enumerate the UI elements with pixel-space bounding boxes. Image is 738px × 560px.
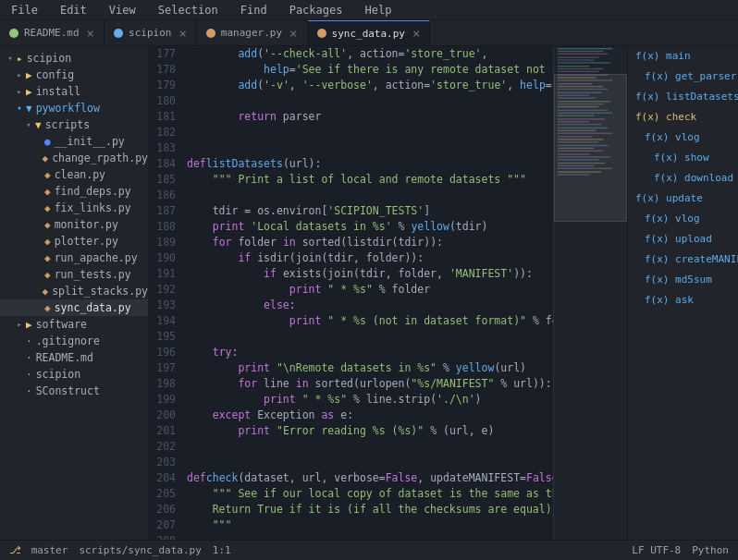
tab-close-scipion[interactable]: × [178, 26, 186, 41]
arrow-icon: ▸ [13, 87, 26, 96]
svg-rect-3 [558, 54, 608, 55]
git-icon: ⎇ [9, 544, 21, 556]
sidebar-label: run_tests.py [55, 268, 131, 281]
sidebar-item-scripts[interactable]: ▾ ▼ scripts [0, 116, 148, 133]
code-line: print "\nRemote datasets in %s" % yellow… [187, 360, 553, 376]
sidebar-item-monitor[interactable]: ◆ monitor.py [0, 216, 148, 233]
sidebar-label: change_rpath.py [52, 152, 148, 164]
sidebar-item-run-apache[interactable]: ◆ run_apache.py [0, 250, 148, 266]
code-line: print " * %s" % folder [187, 282, 553, 298]
folder-icon: ▶ [26, 69, 32, 81]
sidebar-item-readme[interactable]: · README.md [0, 349, 148, 366]
menu-view[interactable]: View [105, 2, 140, 18]
tab-close-readme[interactable]: × [87, 26, 94, 41]
tab-scipion[interactable]: scipion × [105, 20, 197, 45]
menu-packages[interactable]: Packages [286, 2, 347, 18]
code-line: print 'Local datasets in %s' % yellow(td… [187, 219, 553, 235]
sidebar-label: software [36, 318, 87, 331]
sidebar-item-install[interactable]: ▸ ▶ install [0, 83, 148, 100]
outline-item-upload[interactable]: f(x) upload [628, 229, 738, 250]
tab-close-syncdata[interactable]: × [412, 26, 420, 41]
sidebar-item-pyworkflow[interactable]: ▾ ▼ pyworkflow [0, 100, 148, 116]
code-line: """ [187, 517, 553, 533]
tab-syncdata[interactable]: sync_data.py × [308, 20, 431, 45]
svg-rect-5 [558, 59, 595, 60]
sidebar-item-split-stacks[interactable]: ◆ split_stacks.py [0, 283, 148, 299]
sidebar-item-scipion-file[interactable]: · scipion [0, 366, 148, 383]
sidebar-item-sync-data[interactable]: ◆ sync_data.py [0, 299, 148, 316]
tab-icon-scipion [114, 29, 123, 38]
outline-item-get-parser[interactable]: f(x) get_parser [628, 67, 738, 87]
file-icon: · [26, 369, 32, 381]
sidebar-label: sync_data.py [55, 301, 131, 314]
cursor-position: 1:1 [213, 544, 231, 556]
outline-item-main[interactable]: f(x) main [628, 46, 738, 67]
sidebar-item-scipion-root[interactable]: ▾ ▸ scipion [0, 50, 148, 67]
sidebar-item-init[interactable]: ● __init__.py [0, 133, 148, 150]
tab-readme[interactable]: README.md × [0, 20, 105, 45]
sidebar-item-find-deps[interactable]: ◆ find_deps.py [0, 183, 148, 200]
outline-item-download[interactable]: f(x) download [628, 168, 738, 189]
sidebar-item-config[interactable]: ▸ ▶ config [0, 67, 148, 83]
outline-item-vlog[interactable]: f(x) vlog [628, 128, 738, 148]
code-line [187, 188, 553, 203]
menu-edit[interactable]: Edit [56, 2, 91, 18]
outline-item-md5sum[interactable]: f(x) md5sum [628, 270, 738, 290]
sidebar-item-change-rpath[interactable]: ◆ change_rpath.py [0, 150, 148, 166]
code-line: def check(dataset, url, verbose=False, u… [187, 470, 553, 486]
outline-item-vlog2[interactable]: f(x) vlog [628, 209, 738, 229]
sidebar-item-clean[interactable]: ◆ clean.py [0, 166, 148, 183]
code-line: for folder in sorted(listdir(tdir)): [187, 235, 553, 250]
code-line: add('--check-all', action='store_true', [187, 46, 553, 62]
tab-icon-readme [9, 29, 18, 38]
minimap [553, 46, 627, 540]
arrow-icon: ▾ [13, 103, 26, 113]
outline-item-listdatasets[interactable]: f(x) listDatasets [628, 87, 738, 107]
sidebar-label: monitor.py [55, 218, 118, 231]
svg-rect-7 [558, 66, 590, 67]
outline-item-createmanifest[interactable]: f(x) createMANIFEST [628, 250, 738, 270]
sidebar-item-fix-links[interactable]: ◆ fix_links.py [0, 200, 148, 216]
tabbar: README.md × scipion × manager.py × sync_… [0, 20, 738, 46]
file-icon: · [26, 335, 32, 347]
folder-icon: ▶ [26, 319, 32, 331]
code-lines[interactable]: add('--check-all', action='store_true', … [183, 46, 553, 540]
code-line [187, 439, 553, 455]
code-line: add('-v', '--verbose', action='store_tru… [187, 78, 553, 93]
outline-item-show[interactable]: f(x) show [628, 148, 738, 168]
code-line: print " * %s" % line.strip('./\n') [187, 392, 553, 408]
code-line: tdir = os.environ['SCIPION_TESTS'] [187, 203, 553, 219]
sidebar-item-gitignore[interactable]: · .gitignore [0, 333, 148, 349]
svg-rect-1 [558, 48, 612, 49]
sidebar-label: SConstruct [36, 384, 100, 397]
outline-item-update[interactable]: f(x) update [628, 189, 738, 209]
sidebar-item-plotter[interactable]: ◆ plotter.py [0, 233, 148, 250]
sidebar-item-software[interactable]: ▸ ▶ software [0, 316, 148, 333]
file-path: scripts/sync_data.py [79, 544, 201, 556]
arrow-icon: ▸ [13, 320, 26, 329]
tab-label-syncdata: sync_data.py [332, 28, 405, 40]
folder-icon: ▸ [17, 53, 23, 65]
tab-manager[interactable]: manager.py × [197, 20, 308, 45]
file-icon: · [26, 385, 32, 397]
code-editor[interactable]: 177178179180 181182183184 185186187188 1… [148, 46, 627, 540]
sidebar-item-run-tests[interactable]: ◆ run_tests.py [0, 266, 148, 283]
menu-selection[interactable]: Selection [154, 2, 222, 18]
sidebar-item-sconstruct[interactable]: · SConstruct [0, 383, 148, 399]
svg-rect-2 [558, 51, 603, 52]
code-line [187, 455, 553, 470]
menu-help[interactable]: Help [361, 2, 395, 18]
arrow-icon: ▾ [4, 54, 17, 63]
diamond-icon: ◆ [44, 169, 51, 181]
outline-item-ask[interactable]: f(x) ask [628, 290, 738, 310]
sidebar-label: scipion [36, 368, 80, 381]
svg-rect-9 [558, 71, 598, 72]
menu-find[interactable]: Find [237, 2, 271, 18]
sidebar-label: clean.py [55, 168, 105, 181]
code-line [187, 125, 553, 140]
menu-file[interactable]: File [7, 2, 42, 18]
tab-close-manager[interactable]: × [289, 26, 297, 41]
diamond-icon: ◆ [44, 236, 51, 248]
folder-icon: ▼ [26, 103, 32, 115]
outline-item-check[interactable]: f(x) check [628, 107, 738, 128]
